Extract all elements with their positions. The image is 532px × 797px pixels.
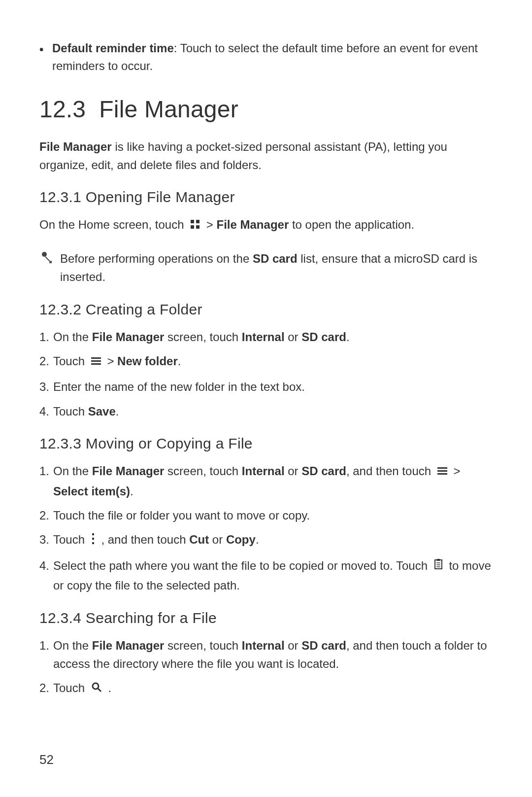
note-pre: Before performing operations on the bbox=[60, 252, 253, 265]
file-manager-bold: File Manager bbox=[39, 140, 112, 153]
bold-text: Internal bbox=[242, 330, 285, 344]
step-text: Touch the file or folder you want to mov… bbox=[53, 509, 310, 522]
bold-text: Select item(s) bbox=[53, 485, 130, 498]
step-text: or bbox=[285, 639, 302, 652]
search-icon bbox=[91, 679, 102, 697]
bold-text: File Manager bbox=[92, 464, 165, 478]
svg-rect-8 bbox=[437, 467, 447, 469]
svg-rect-7 bbox=[91, 363, 101, 365]
step-text: Touch bbox=[53, 405, 88, 418]
document-page: • Default reminder time: Touch to select… bbox=[0, 0, 532, 797]
step-text: or bbox=[285, 464, 302, 478]
svg-rect-9 bbox=[437, 470, 447, 472]
bold-text: File Manager bbox=[92, 639, 165, 652]
bullet-text: Default reminder time: Touch to select t… bbox=[52, 39, 493, 75]
list-item: Touch . bbox=[39, 679, 493, 699]
note-row: Before performing operations on the SD c… bbox=[39, 249, 493, 286]
list-item: Touch Save. bbox=[39, 402, 493, 420]
open-line: On the Home screen, touch > File Manager… bbox=[39, 215, 493, 236]
step-text: On the bbox=[53, 330, 92, 344]
svg-line-20 bbox=[98, 689, 101, 692]
svg-rect-2 bbox=[191, 225, 194, 229]
step-text: screen, touch bbox=[164, 330, 241, 344]
step-text: , and then touch bbox=[346, 464, 434, 478]
bold-text: SD card bbox=[301, 464, 346, 478]
bold-text: SD card bbox=[301, 330, 346, 344]
svg-rect-13 bbox=[92, 542, 94, 544]
subsection-heading: 12.3.3 Moving or Copying a File bbox=[39, 435, 493, 452]
chevron-post: > bbox=[206, 218, 217, 231]
list-item: Select the path where you want the file … bbox=[39, 556, 493, 595]
svg-rect-10 bbox=[437, 473, 447, 475]
list-item: On the File Manager screen, touch Intern… bbox=[39, 636, 493, 673]
steps-list: On the File Manager screen, touch Intern… bbox=[39, 636, 493, 699]
step-text: . bbox=[256, 533, 259, 546]
step-text: Enter the name of the new folder in the … bbox=[53, 380, 305, 393]
paste-icon bbox=[434, 556, 443, 575]
step-text: On the bbox=[53, 639, 92, 652]
bullet-dot: • bbox=[39, 39, 52, 58]
section-number: 12.3 bbox=[39, 96, 86, 122]
list-item: On the File Manager screen, touch Intern… bbox=[39, 462, 493, 500]
step-text: . bbox=[178, 354, 181, 368]
bold-text: Cut bbox=[189, 533, 209, 546]
subsection-heading: 12.3.1 Opening File Manager bbox=[39, 189, 493, 206]
bold-text: SD card bbox=[301, 639, 346, 652]
subsection-heading: 12.3.2 Creating a Folder bbox=[39, 301, 493, 318]
bold-text: Internal bbox=[242, 464, 285, 478]
step-text: screen, touch bbox=[164, 464, 241, 478]
section-heading: 12.3 File Manager bbox=[39, 96, 493, 123]
step-text: screen, touch bbox=[164, 639, 241, 652]
section-title: File Manager bbox=[99, 96, 238, 122]
subsection-heading: 12.3.4 Searching for a File bbox=[39, 610, 493, 626]
bold-text: New folder bbox=[117, 354, 178, 368]
svg-rect-12 bbox=[92, 538, 94, 540]
svg-point-4 bbox=[42, 252, 47, 257]
step-text: , and then touch bbox=[101, 533, 189, 546]
step-text: > bbox=[453, 464, 460, 478]
step-text: Touch bbox=[53, 354, 88, 368]
svg-rect-1 bbox=[196, 220, 200, 223]
bullet-label: Default reminder time bbox=[52, 41, 174, 55]
svg-rect-15 bbox=[437, 559, 440, 561]
list-item: Enter the name of the new folder in the … bbox=[39, 378, 493, 396]
list-item: On the File Manager screen, touch Intern… bbox=[39, 328, 493, 346]
step-text: . bbox=[116, 405, 119, 418]
menu-icon bbox=[437, 462, 447, 480]
step-text: or bbox=[285, 330, 302, 344]
menu-icon bbox=[91, 352, 101, 370]
sd-card-bold: SD card bbox=[253, 252, 298, 265]
step-text: . bbox=[346, 330, 350, 344]
step-text: or bbox=[209, 533, 226, 546]
step-text: > bbox=[107, 354, 117, 368]
file-manager-bold: File Manager bbox=[217, 218, 289, 231]
note-icon bbox=[39, 249, 60, 269]
step-text: On the bbox=[53, 464, 92, 478]
svg-rect-0 bbox=[191, 220, 194, 223]
bold-text: Internal bbox=[242, 639, 285, 652]
intro-paragraph: File Manager is like having a pocket-siz… bbox=[39, 138, 493, 174]
step-text: Touch bbox=[53, 681, 88, 694]
step-text: . bbox=[108, 681, 111, 694]
bold-text: Copy bbox=[226, 533, 256, 546]
steps-list: On the File Manager screen, touch Intern… bbox=[39, 328, 493, 420]
bullet-item: • Default reminder time: Touch to select… bbox=[39, 39, 493, 75]
overflow-dots-icon bbox=[91, 531, 95, 549]
list-item: Touch , and then touch Cut or Copy. bbox=[39, 530, 493, 551]
open-pre: On the Home screen, touch bbox=[39, 218, 187, 231]
list-item: Touch the file or folder you want to mov… bbox=[39, 506, 493, 524]
step-text: Touch bbox=[53, 533, 88, 546]
note-text: Before performing operations on the SD c… bbox=[60, 249, 493, 286]
svg-rect-5 bbox=[91, 357, 101, 359]
page-number: 52 bbox=[39, 752, 54, 767]
steps-list: On the File Manager screen, touch Intern… bbox=[39, 462, 493, 595]
list-item: Touch > New folder. bbox=[39, 352, 493, 372]
apps-grid-icon bbox=[190, 216, 200, 234]
open-post: to open the application. bbox=[289, 218, 414, 231]
svg-rect-14 bbox=[435, 560, 442, 569]
step-text: . bbox=[130, 485, 133, 498]
step-text: Select the path where you want the file … bbox=[53, 559, 431, 572]
svg-point-19 bbox=[93, 683, 99, 689]
bold-text: Save bbox=[88, 405, 116, 418]
svg-rect-6 bbox=[91, 360, 101, 362]
